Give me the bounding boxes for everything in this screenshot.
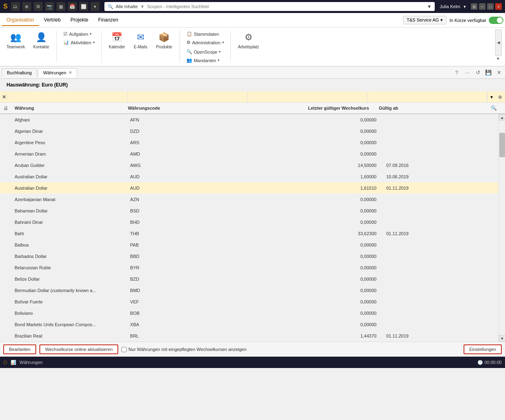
calendar-icon[interactable]: 📅 (68, 2, 77, 11)
table-container: ✕ ▾ ⊕ (0, 91, 505, 342)
more-btn[interactable]: ··· (463, 68, 472, 77)
ribbon-produkte-btn[interactable]: 📦 Produkte (153, 29, 176, 51)
einstellungen-btn[interactable]: Einstellungen (464, 344, 502, 354)
filter-add-btn[interactable]: ⊕ (495, 94, 505, 100)
row-rate: 0,00000 (243, 196, 383, 203)
table-row[interactable]: Belarussian Ruble BYR 0,00000 (0, 262, 498, 273)
aktivitaten-btn[interactable]: 📊 Aktivitäten ▾ (61, 39, 97, 46)
aufgaben-btn[interactable]: ☑ Aufgaben ▾ (61, 30, 97, 38)
company-selector[interactable]: T&S Service AG ▾ (403, 16, 446, 24)
scrollbar-up-btn[interactable]: ▲ (499, 114, 505, 121)
close-tab-btn[interactable]: ✕ (494, 68, 503, 77)
header-date[interactable]: Gültig ab (375, 104, 489, 112)
titlebar-icons: 🗂 ⊕ ⚙ 📷 ▦ 📅 ⬜ ▾ (11, 2, 100, 11)
scrollbar-track[interactable] (499, 121, 505, 335)
tab-wahrungen[interactable]: Währungen ✕ (38, 68, 77, 77)
ribbon-kontakte-btn[interactable]: 👤 Kontakte (30, 29, 52, 51)
refresh-btn[interactable]: ↺ (473, 68, 482, 77)
ribbon-kalender-btn[interactable]: 📅 Kalender (106, 29, 128, 51)
menu-vertrieb[interactable]: Vertrieb (39, 15, 65, 26)
table-row[interactable]: Afghani AFN 0,00000 (0, 114, 498, 126)
close-btn[interactable]: ✕ (495, 3, 502, 10)
tab-wahrungen-label: Währungen (43, 70, 66, 75)
table-row[interactable]: Barbados Dollar BBD 0,00000 (0, 251, 498, 262)
camera-icon[interactable]: 📷 (45, 2, 54, 11)
header-search-icon[interactable]: 🔍 (489, 105, 498, 111)
produkte-icon: 📦 (158, 31, 171, 44)
user-menu[interactable]: Julia Kelm ▾ (440, 4, 466, 9)
menu-projekte[interactable]: Projekte (65, 15, 93, 26)
menu-organisation[interactable]: Organisation (2, 15, 39, 26)
arbeitsplatz-icon: ⚙ (242, 31, 255, 44)
table-row[interactable]: Australian Dollar AUD 1,60000 10.06.2019 (0, 171, 498, 182)
filter-input-rate[interactable] (250, 95, 365, 100)
ribbon-teamwork-btn[interactable]: 👥 Teamwork (3, 29, 28, 51)
aufgaben-label: Aufgaben (69, 32, 88, 37)
maximize-btn[interactable]: □ (487, 3, 494, 10)
tab-buchhaltung[interactable]: Buchhaltung (2, 68, 37, 77)
aktivitaten-icon: 📊 (63, 40, 69, 45)
table-row[interactable]: Azerbaijanian Manat AZN 0,00000 (0, 194, 498, 205)
plus-circle-icon[interactable]: ⊕ (22, 2, 31, 11)
row-code: AMD (127, 151, 242, 157)
table-area: ✕ ▾ ⊕ (0, 91, 505, 342)
filter-cell-name[interactable] (8, 91, 128, 102)
header-wahrung[interactable]: Währung (11, 104, 125, 112)
table-row[interactable]: Brazilian Real BRL 1,44370 01.11.2019 (0, 330, 498, 342)
filter-cell-code[interactable] (128, 91, 248, 102)
minimize-btn[interactable]: ─ (479, 3, 485, 10)
settings-icon[interactable]: ⚙ (34, 2, 43, 11)
briefcase-icon[interactable]: 🗂 (11, 2, 20, 11)
table-row[interactable]: Bahamian Dollar BSD 0,00000 (0, 205, 498, 216)
table-row[interactable]: Baht THB 33,62300 01.11.2019 (0, 228, 498, 239)
filter-checkbox[interactable] (121, 347, 127, 352)
table-row[interactable]: Algerian Dinar DZD 0,00000 (0, 126, 498, 137)
stammdaten-btn[interactable]: 📋 Stammdaten (184, 30, 226, 38)
filter-cell-rate[interactable] (248, 91, 368, 102)
table-row[interactable]: Armenian Dram AMD 0,00000 (0, 148, 498, 160)
menu-finanzen[interactable]: Finanzen (93, 15, 123, 26)
header-rate[interactable]: Letzter gültiger Wechselkurs (238, 104, 375, 112)
grid-icon[interactable]: ▦ (56, 2, 65, 11)
table-row[interactable]: Belize Dollar BZD 0,00000 (0, 273, 498, 285)
filter-dropdown-btn[interactable]: ▾ (487, 94, 495, 100)
filter-input-code[interactable] (130, 95, 245, 100)
sidebar-toggle-btn[interactable]: ◀ (495, 29, 502, 56)
row-name: Balboa (11, 242, 127, 248)
table-row[interactable]: Aruban Guilder AWG 14,50000 07.09.2016 (0, 160, 498, 171)
table-row[interactable]: Bolívar Fuerte VEF 0,00000 (0, 296, 498, 307)
window-icon-btn[interactable]: ⊞ (471, 3, 477, 10)
filter-cell-date[interactable] (367, 91, 487, 102)
table-row[interactable]: Balboa PAB 0,00000 (0, 239, 498, 251)
table-row[interactable]: Bahraini Dinar BHD 0,00000 (0, 216, 498, 228)
bearbeiten-btn[interactable]: Bearbeiten (3, 344, 36, 354)
tab-close-icon[interactable]: ✕ (69, 70, 72, 75)
vertical-scrollbar[interactable]: ▲ ▼ (498, 114, 505, 342)
administration-btn[interactable]: ⚙ Administration ▾ (184, 39, 226, 46)
table-row[interactable]: Bond Markets Units European Compos... XB… (0, 319, 498, 330)
help-btn[interactable]: ? (452, 68, 461, 77)
ribbon-collapse-btn[interactable]: ▼ (495, 56, 502, 62)
ribbon-arbeitsplatz-btn[interactable]: ⚙ Arbeitsplatz (235, 29, 262, 51)
table-row[interactable]: Boliviano BOB 0,00000 (0, 307, 498, 319)
ribbon-emails-btn[interactable]: ✉ E-Mails (130, 29, 151, 51)
filter-input-name[interactable] (11, 95, 125, 100)
table-row[interactable]: Argentine Peso ARS 0,00000 (0, 137, 498, 148)
table-row[interactable]: Bermudian Dollar (customarily known a...… (0, 285, 498, 296)
header-code[interactable]: Währungscode (125, 104, 238, 112)
table-row[interactable]: Australian Dollar AUD 1,61510 01.11.2019 (0, 182, 498, 194)
openscope-btn[interactable]: 🔍 OpenScope ▾ (184, 48, 223, 56)
filter-input-date[interactable] (370, 95, 484, 100)
status-switch[interactable] (489, 17, 503, 24)
search-dropdown-icon[interactable]: ▼ (427, 4, 431, 9)
search-input[interactable] (147, 4, 425, 9)
filter-close-btn[interactable]: ✕ (0, 94, 8, 100)
scrollbar-down-btn[interactable]: ▼ (499, 335, 505, 342)
mandanten-btn[interactable]: 👥 Mandanten ▾ (184, 56, 223, 64)
scrollbar-thumb[interactable] (499, 133, 505, 157)
monitor-icon[interactable]: ⬜ (79, 2, 88, 11)
chevron-down-icon[interactable]: ▾ (91, 2, 100, 11)
search-bar[interactable]: 🔍 Alle Inhalte ▼ ▼ (104, 2, 435, 11)
save-btn[interactable]: 💾 (484, 68, 493, 77)
wechselkurse-btn[interactable]: Wechselkurse online aktualisieren (39, 344, 118, 354)
